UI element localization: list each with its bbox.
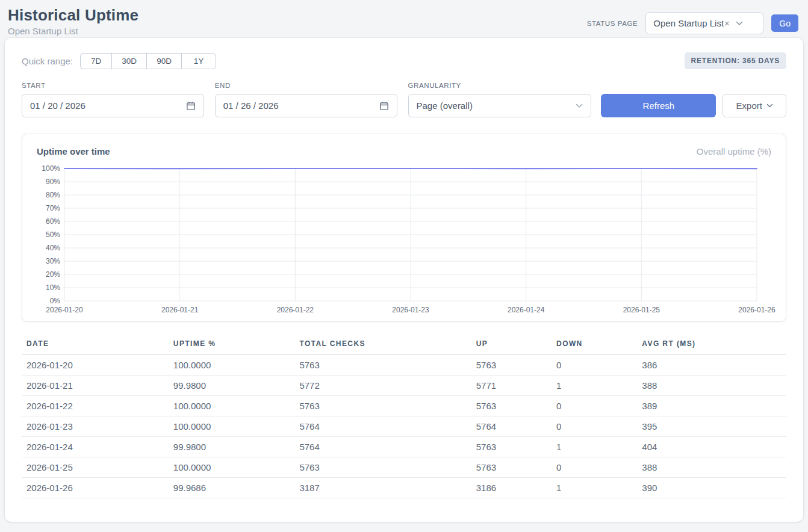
quick-range-label: Quick range: bbox=[22, 56, 73, 66]
table-cell: 100.0000 bbox=[169, 396, 295, 416]
table-cell: 100.0000 bbox=[169, 416, 295, 437]
quick-range-group: 7D30D90D1Y bbox=[80, 53, 216, 69]
end-date-field: END 01 / 26 / 2026 bbox=[215, 82, 397, 117]
table-cell: 0 bbox=[552, 355, 637, 376]
svg-text:90%: 90% bbox=[46, 178, 60, 186]
retention-badge: RETENTION: 365 DAYS bbox=[685, 52, 786, 69]
page-header-right: STATUS PAGE Open Startup List × Go bbox=[587, 12, 798, 34]
quick-range-button-1y[interactable]: 1Y bbox=[181, 53, 216, 69]
svg-text:2026-01-26: 2026-01-26 bbox=[738, 306, 775, 314]
table-row: 2026-01-22100.0000576357630389 bbox=[22, 396, 786, 416]
export-button[interactable]: Export bbox=[723, 94, 786, 117]
page-header-left: Historical Uptime Open Startup List bbox=[8, 6, 138, 36]
svg-text:60%: 60% bbox=[46, 217, 60, 226]
start-date-value: 01 / 20 / 2026 bbox=[30, 101, 85, 111]
page-subtitle: Open Startup List bbox=[8, 26, 138, 36]
svg-text:2026-01-21: 2026-01-21 bbox=[161, 306, 199, 314]
table-cell: 395 bbox=[637, 416, 786, 437]
status-page-select-value: Open Startup List bbox=[653, 18, 724, 28]
column-header: UPTIME % bbox=[169, 336, 295, 355]
quick-range-button-30d[interactable]: 30D bbox=[111, 53, 146, 69]
table-cell: 2026-01-25 bbox=[22, 457, 169, 478]
table-cell: 2026-01-22 bbox=[22, 396, 169, 416]
table-cell: 5763 bbox=[471, 355, 552, 376]
main-panel: Quick range: 7D30D90D1Y RETENTION: 365 D… bbox=[5, 38, 803, 522]
quick-range-button-90d[interactable]: 90D bbox=[146, 53, 181, 69]
column-header: AVG RT (MS) bbox=[637, 336, 786, 355]
status-page-label: STATUS PAGE bbox=[587, 20, 638, 27]
uptime-chart: 0%10%20%30%40%50%60%70%80%90%100%2026-01… bbox=[37, 162, 771, 315]
calendar-icon[interactable] bbox=[379, 101, 389, 111]
table-cell: 5764 bbox=[294, 437, 471, 457]
svg-text:2026-01-20: 2026-01-20 bbox=[46, 306, 83, 314]
granularity-value: Page (overall) bbox=[417, 101, 473, 111]
end-date-input[interactable]: 01 / 26 / 2026 bbox=[215, 94, 397, 117]
table-cell: 5764 bbox=[294, 416, 471, 437]
quick-range-left: Quick range: 7D30D90D1Y bbox=[22, 53, 216, 69]
column-header: DOWN bbox=[552, 336, 637, 355]
table-row: 2026-01-2199.9800577257711388 bbox=[22, 376, 786, 396]
table-row: 2026-01-25100.0000576357630388 bbox=[22, 457, 786, 478]
table-cell: 5764 bbox=[471, 416, 552, 437]
uptime-chart-card: Uptime over time Overall uptime (%) 0%10… bbox=[22, 134, 786, 322]
svg-text:50%: 50% bbox=[46, 230, 60, 239]
table-row: 2026-01-2699.9686318731861390 bbox=[22, 478, 786, 498]
svg-text:2026-01-24: 2026-01-24 bbox=[508, 306, 545, 314]
table-cell: 2026-01-24 bbox=[22, 437, 169, 457]
calendar-icon[interactable] bbox=[186, 101, 196, 111]
table-cell: 5763 bbox=[471, 437, 552, 457]
table-cell: 5763 bbox=[294, 457, 471, 478]
table-cell: 390 bbox=[637, 478, 786, 498]
table-cell: 0 bbox=[552, 457, 637, 478]
table-cell: 5772 bbox=[294, 376, 471, 396]
quick-range-button-7d[interactable]: 7D bbox=[80, 53, 111, 69]
table-cell: 1 bbox=[552, 376, 637, 396]
chart-title: Uptime over time bbox=[37, 146, 110, 156]
go-button[interactable]: Go bbox=[771, 14, 798, 32]
start-date-label: START bbox=[22, 82, 204, 89]
table-cell: 1 bbox=[552, 437, 637, 457]
chevron-down-icon bbox=[576, 104, 583, 108]
svg-text:10%: 10% bbox=[46, 283, 60, 292]
table-cell: 2026-01-26 bbox=[22, 478, 169, 498]
status-page-select[interactable]: Open Startup List × bbox=[645, 12, 763, 34]
uptime-table: DATEUPTIME %TOTAL CHECKSUPDOWNAVG RT (MS… bbox=[22, 336, 786, 498]
granularity-label: GRANULARITY bbox=[408, 82, 592, 89]
refresh-button[interactable]: Refresh bbox=[601, 94, 716, 117]
page-title: Historical Uptime bbox=[8, 6, 138, 25]
table-cell: 1 bbox=[552, 478, 637, 498]
start-date-field: START 01 / 20 / 2026 bbox=[22, 82, 204, 117]
table-cell: 0 bbox=[552, 416, 637, 437]
svg-text:2026-01-25: 2026-01-25 bbox=[623, 306, 660, 314]
table-cell: 2026-01-21 bbox=[22, 376, 169, 396]
table-cell: 5763 bbox=[471, 457, 552, 478]
chevron-down-icon bbox=[766, 104, 773, 108]
column-header: TOTAL CHECKS bbox=[294, 336, 471, 355]
svg-text:70%: 70% bbox=[46, 204, 60, 212]
column-header: UP bbox=[471, 336, 552, 355]
start-date-input[interactable]: 01 / 20 / 2026 bbox=[22, 94, 204, 117]
table-cell: 5763 bbox=[294, 355, 471, 376]
clear-icon[interactable]: × bbox=[724, 18, 730, 28]
table-cell: 5771 bbox=[471, 376, 552, 396]
table-cell: 2026-01-20 bbox=[22, 355, 169, 376]
svg-text:40%: 40% bbox=[46, 244, 60, 252]
table-cell: 3187 bbox=[294, 478, 471, 498]
uptime-table-wrap: DATEUPTIME %TOTAL CHECKSUPDOWNAVG RT (MS… bbox=[22, 336, 786, 498]
chart-legend: Overall uptime (%) bbox=[697, 146, 771, 156]
svg-text:20%: 20% bbox=[46, 270, 60, 279]
table-cell: 5763 bbox=[294, 396, 471, 416]
export-button-label: Export bbox=[736, 101, 762, 111]
table-cell: 2026-01-23 bbox=[22, 416, 169, 437]
granularity-field: GRANULARITY Page (overall) bbox=[408, 82, 592, 117]
svg-text:30%: 30% bbox=[46, 257, 60, 265]
column-header: DATE bbox=[22, 336, 169, 355]
table-row: 2026-01-20100.0000576357630386 bbox=[22, 355, 786, 376]
table-cell: 3186 bbox=[471, 478, 552, 498]
svg-text:2026-01-23: 2026-01-23 bbox=[392, 306, 429, 314]
end-date-label: END bbox=[215, 82, 397, 89]
table-row: 2026-01-23100.0000576457640395 bbox=[22, 416, 786, 437]
chevron-down-icon bbox=[736, 21, 743, 26]
granularity-select[interactable]: Page (overall) bbox=[408, 94, 592, 117]
table-cell: 99.9800 bbox=[169, 437, 295, 457]
